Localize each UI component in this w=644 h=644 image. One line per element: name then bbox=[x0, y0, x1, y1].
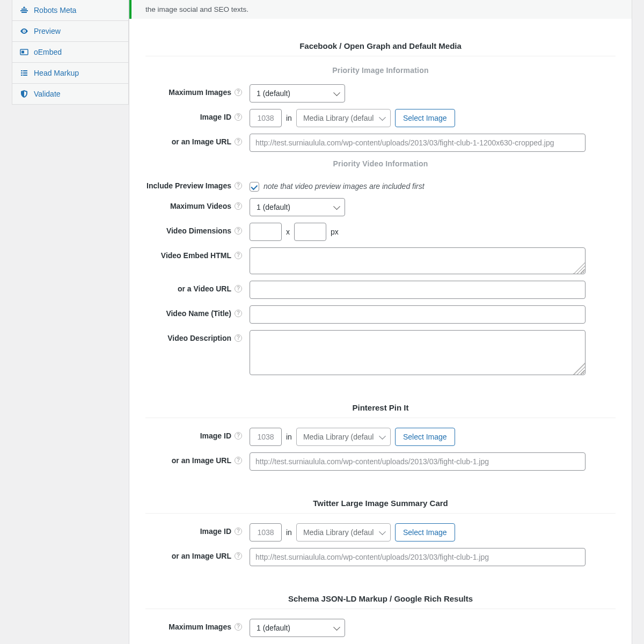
help-icon[interactable]: ? bbox=[235, 528, 242, 535]
sidebar-item-label: Head Markup bbox=[34, 69, 79, 77]
subhead-priority-video: Priority Video Information bbox=[129, 159, 632, 168]
text-in: in bbox=[286, 528, 292, 537]
robot-icon bbox=[20, 6, 28, 14]
sidebar-item-label: Preview bbox=[34, 27, 61, 35]
section-title-twitter: Twitter Large Image Summary Card bbox=[145, 492, 616, 514]
sidebar-item-label: Validate bbox=[34, 90, 61, 98]
eye-icon bbox=[20, 27, 28, 35]
help-icon[interactable]: ? bbox=[235, 552, 242, 560]
section-title-pinterest: Pinterest Pin It bbox=[145, 397, 616, 418]
svg-rect-7 bbox=[23, 75, 27, 76]
label-image-id: Image ID bbox=[200, 113, 231, 121]
label-tw-image-url: or an Image URL bbox=[172, 552, 231, 560]
text-x: x bbox=[286, 228, 290, 236]
text-in: in bbox=[286, 433, 292, 441]
embed-icon bbox=[20, 48, 28, 56]
help-icon[interactable]: ? bbox=[235, 89, 242, 96]
section-title-schema: Schema JSON-LD Markup / Google Rich Resu… bbox=[145, 588, 616, 609]
sidebar-item-validate[interactable]: Validate bbox=[12, 84, 128, 104]
svg-rect-3 bbox=[23, 70, 27, 71]
sidebar-item-label: Robots Meta bbox=[34, 6, 76, 14]
select-image-button[interactable]: Select Image bbox=[395, 109, 455, 127]
select-tw-media-library[interactable]: Media Library (defaul bbox=[296, 523, 391, 541]
sidebar: Robots Meta Preview oEmbed Head Markup V… bbox=[12, 0, 129, 105]
select-media-library[interactable]: Media Library (defaul bbox=[296, 109, 391, 127]
svg-rect-4 bbox=[21, 72, 23, 74]
input-pin-image-url[interactable] bbox=[250, 452, 586, 471]
help-icon[interactable]: ? bbox=[235, 113, 242, 121]
main-panel: the image social and SEO texts. Facebook… bbox=[129, 0, 632, 644]
list-icon bbox=[20, 69, 28, 77]
textarea-video-desc[interactable] bbox=[250, 330, 586, 375]
sidebar-item-preview[interactable]: Preview bbox=[12, 21, 128, 42]
checkbox-include-preview[interactable] bbox=[250, 182, 259, 192]
text-px: px bbox=[331, 228, 339, 236]
label-video-desc: Video Description bbox=[167, 334, 231, 342]
svg-rect-6 bbox=[21, 75, 23, 76]
help-icon[interactable]: ? bbox=[235, 623, 242, 631]
sidebar-item-head-markup[interactable]: Head Markup bbox=[12, 63, 128, 84]
label-max-images: Maximum Images bbox=[169, 88, 231, 97]
label-pin-image-url: or an Image URL bbox=[172, 456, 231, 465]
label-image-url: or an Image URL bbox=[172, 137, 231, 146]
input-pin-image-id[interactable] bbox=[250, 428, 282, 446]
svg-rect-2 bbox=[21, 70, 23, 71]
label-tw-image-id: Image ID bbox=[200, 527, 231, 536]
label-video-name: Video Name (Title) bbox=[166, 309, 231, 318]
section-title-og: Facebook / Open Graph and Default Media bbox=[145, 35, 616, 56]
select-schema-max-images[interactable]: 1 (default) bbox=[250, 619, 345, 637]
notice-banner: the image social and SEO texts. bbox=[129, 0, 632, 19]
input-image-id[interactable] bbox=[250, 109, 282, 127]
help-icon[interactable]: ? bbox=[235, 252, 242, 259]
label-video-url: or a Video URL bbox=[178, 284, 231, 293]
shield-icon bbox=[20, 90, 28, 98]
select-pin-media-library[interactable]: Media Library (defaul bbox=[296, 428, 391, 446]
input-image-url[interactable] bbox=[250, 134, 586, 152]
help-icon[interactable]: ? bbox=[235, 227, 242, 235]
note-preview-first: note that video preview images are inclu… bbox=[264, 182, 425, 191]
help-icon[interactable]: ? bbox=[235, 432, 242, 440]
help-icon[interactable]: ? bbox=[235, 285, 242, 292]
label-schema-max-images: Maximum Images bbox=[169, 623, 231, 631]
sidebar-item-oembed[interactable]: oEmbed bbox=[12, 42, 128, 63]
input-video-url[interactable] bbox=[250, 281, 586, 299]
sidebar-item-robots-meta[interactable]: Robots Meta bbox=[12, 0, 128, 21]
input-tw-image-id[interactable] bbox=[250, 523, 282, 541]
sidebar-item-label: oEmbed bbox=[34, 48, 62, 56]
notice-text: the image social and SEO texts. bbox=[145, 5, 248, 13]
select-max-videos[interactable]: 1 (default) bbox=[250, 198, 345, 216]
textarea-video-embed[interactable] bbox=[250, 247, 586, 274]
help-icon[interactable]: ? bbox=[235, 202, 242, 210]
select-max-images[interactable]: 1 (default) bbox=[250, 84, 345, 103]
input-video-name[interactable] bbox=[250, 305, 586, 324]
input-video-height[interactable] bbox=[294, 223, 326, 241]
label-max-videos: Maximum Videos bbox=[170, 202, 231, 210]
help-icon[interactable]: ? bbox=[235, 334, 242, 342]
text-in: in bbox=[286, 114, 292, 122]
help-icon[interactable]: ? bbox=[235, 310, 242, 317]
subhead-priority-image: Priority Image Information bbox=[129, 66, 632, 75]
label-pin-image-id: Image ID bbox=[200, 431, 231, 440]
label-video-embed: Video Embed HTML bbox=[161, 251, 231, 260]
svg-rect-1 bbox=[21, 51, 24, 54]
input-video-width[interactable] bbox=[250, 223, 282, 241]
help-icon[interactable]: ? bbox=[235, 457, 242, 464]
svg-rect-5 bbox=[23, 72, 27, 74]
tw-select-image-button[interactable]: Select Image bbox=[395, 523, 455, 541]
pin-select-image-button[interactable]: Select Image bbox=[395, 428, 455, 446]
help-icon[interactable]: ? bbox=[235, 138, 242, 145]
label-include-preview: Include Preview Images bbox=[147, 181, 231, 190]
label-video-dimensions: Video Dimensions bbox=[166, 226, 231, 235]
help-icon[interactable]: ? bbox=[235, 182, 242, 189]
input-tw-image-url[interactable] bbox=[250, 548, 586, 566]
